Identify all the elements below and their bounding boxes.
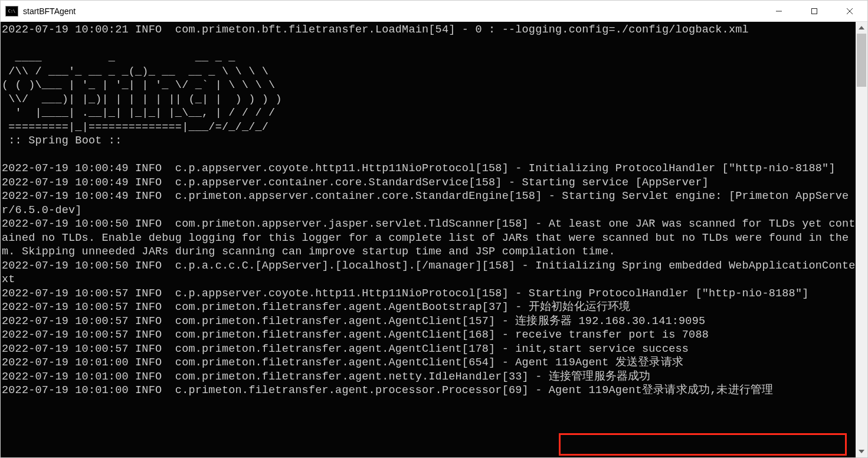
scrollbar-track[interactable] bbox=[856, 34, 867, 446]
spring-boot-line: :: Spring Boot :: bbox=[2, 135, 122, 147]
close-button[interactable] bbox=[832, 1, 867, 22]
log-line: 2022-07-19 10:01:00 INFO com.primeton.fi… bbox=[2, 356, 683, 369]
maximize-button[interactable] bbox=[797, 1, 832, 22]
scrollbar-down-icon[interactable] bbox=[856, 446, 867, 457]
log-line: 2022-07-19 10:00:49 INFO c.p.appserver.c… bbox=[2, 176, 709, 189]
log-line: 2022-07-19 10:00:21 INFO com.primeton.bf… bbox=[2, 24, 749, 36]
console-window: startBFTAgent 2022-07-19 10:00:21 INFO c… bbox=[0, 0, 868, 458]
cmd-icon bbox=[5, 6, 18, 17]
log-line: 2022-07-19 10:00:57 INFO c.p.appserver.c… bbox=[2, 287, 809, 300]
vertical-scrollbar[interactable] bbox=[856, 22, 867, 457]
ascii-art: ' |____| .__|_| |_|_| |_\__, | / / / / bbox=[2, 107, 275, 119]
log-line: 2022-07-19 10:01:00 INFO c.primeton.file… bbox=[2, 384, 773, 397]
ascii-art: ( ( )\___ | '_ | '_| | '_ \/ _` | \ \ \ … bbox=[2, 79, 275, 91]
window-title: startBFTAgent bbox=[23, 6, 76, 16]
minimize-button[interactable] bbox=[761, 1, 797, 22]
highlight-box bbox=[559, 433, 847, 456]
ascii-art: \\/ ___)| |_)| | | | | || (_| | ) ) ) ) bbox=[2, 93, 282, 106]
log-line: 2022-07-19 10:00:57 INFO com.primeton.fi… bbox=[2, 329, 709, 341]
log-line: 2022-07-19 10:00:57 INFO com.primeton.fi… bbox=[2, 301, 631, 313]
titlebar[interactable]: startBFTAgent bbox=[1, 1, 867, 22]
scrollbar-up-icon[interactable] bbox=[856, 22, 867, 34]
log-line: 2022-07-19 10:00:57 INFO com.primeton.fi… bbox=[2, 315, 705, 328]
svg-rect-1 bbox=[812, 8, 817, 14]
scrollbar-thumb[interactable] bbox=[857, 34, 866, 87]
console-output[interactable]: 2022-07-19 10:00:21 INFO com.primeton.bf… bbox=[1, 22, 856, 457]
log-line: 2022-07-19 10:00:50 INFO com.primeton.ap… bbox=[2, 218, 856, 258]
log-line: 2022-07-19 10:00:49 INFO c.p.appserver.c… bbox=[2, 162, 836, 175]
log-line: 2022-07-19 10:01:00 INFO com.primeton.fi… bbox=[2, 371, 651, 383]
ascii-art: /\\ / ___'_ __ _ _(_)_ __ __ _ \ \ \ \ bbox=[2, 66, 268, 78]
log-line: 2022-07-19 10:00:57 INFO com.primeton.fi… bbox=[2, 343, 689, 355]
ascii-art: =========|_|==============|___/=/_/_/_/ bbox=[2, 121, 268, 133]
log-line: 2022-07-19 10:00:50 INFO c.p.a.c.c.C.[Ap… bbox=[2, 260, 856, 286]
ascii-art: ____ _ __ _ _ bbox=[2, 51, 235, 64]
log-line: 2022-07-19 10:00:49 INFO c.primeton.apps… bbox=[2, 190, 849, 217]
console-area: 2022-07-19 10:00:21 INFO com.primeton.bf… bbox=[1, 22, 867, 457]
